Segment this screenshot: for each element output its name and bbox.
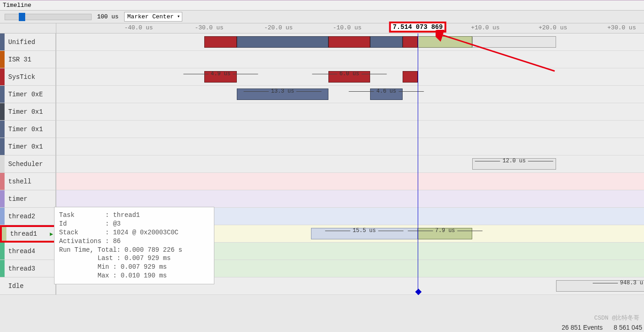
track-timer0xe[interactable]: 13.3 us 4.6 us <box>56 86 644 103</box>
bar[interactable]: 6.0 us <box>328 71 370 83</box>
track-timer0x1-b[interactable] <box>56 121 644 138</box>
row-label-timer0x1-b[interactable]: Timer 0x1 <box>0 121 56 138</box>
marker-time[interactable]: 7.514 073 869 <box>389 22 446 33</box>
row-label-thread1[interactable]: thread1▶ <box>0 225 56 243</box>
zoom-label: 100 us <box>97 13 119 20</box>
tick: -40.0 us <box>124 24 153 31</box>
bar-duration: 948.3 u <box>620 280 643 286</box>
track-tshell[interactable] <box>56 173 644 190</box>
bar[interactable] <box>370 36 403 48</box>
title-bar: Timeline <box>0 0 644 11</box>
status-events: 26 851 Events <box>562 324 603 331</box>
track-isr31[interactable] <box>56 51 644 68</box>
row-label-idle[interactable]: Idle <box>0 277 56 295</box>
track-timer[interactable] <box>56 190 644 208</box>
row-label-timer0xe[interactable]: Timer 0xE <box>0 86 56 103</box>
bar[interactable]: 15.5 us <box>311 228 418 239</box>
bar[interactable]: 7.9 us <box>418 228 472 239</box>
time-ruler[interactable]: -40.0 us -30.0 us -20.0 us -10.0 us 7.51… <box>0 23 644 33</box>
marker-mode-dropdown[interactable]: Marker Center <box>124 12 182 22</box>
bar[interactable] <box>328 36 370 48</box>
tick: -10.0 us <box>333 24 361 31</box>
tick: +10.0 us <box>471 24 499 31</box>
toolbar: 100 us Marker Center <box>0 11 644 23</box>
bar[interactable] <box>204 36 237 48</box>
dropdown-value: Marker Center <box>127 13 174 20</box>
row-label-thread4[interactable]: thread4 <box>0 243 56 260</box>
tick: +20.0 us <box>539 24 567 31</box>
track-timer0x1-c[interactable] <box>56 138 644 155</box>
watermark: CSDN @比特冬哥 <box>594 314 639 322</box>
track-scheduler[interactable]: 12.0 us <box>56 155 644 173</box>
bar-duration: 4.9 us <box>211 71 230 77</box>
row-label-thread2[interactable]: thread2 <box>0 208 56 225</box>
tick: -30.0 us <box>195 24 223 31</box>
bar[interactable]: 4.9 us <box>204 71 237 83</box>
status-right: 8 561 045 <box>614 324 642 331</box>
bar[interactable]: 12.0 us <box>472 158 556 170</box>
track-timer0x1-a[interactable] <box>56 103 644 121</box>
row-label-scheduler[interactable]: Scheduler <box>0 155 56 173</box>
row-label-thread3[interactable]: thread3 <box>0 260 56 277</box>
bar-duration: 6.0 us <box>339 71 359 77</box>
row-label-timer[interactable]: timer <box>0 190 56 208</box>
row-label-timer0x1-a[interactable]: Timer 0x1 <box>0 103 56 121</box>
tick: -20.0 us <box>264 24 293 31</box>
bar[interactable] <box>237 36 328 48</box>
bar-duration: 13.3 us <box>271 88 294 94</box>
tick: +30.0 us <box>607 24 636 31</box>
ruler-track[interactable]: -40.0 us -30.0 us -20.0 us -10.0 us 7.51… <box>56 23 644 33</box>
track-systick[interactable]: 4.9 us 6.0 us <box>56 68 644 86</box>
bar[interactable]: 4.6 us <box>370 89 403 100</box>
task-tooltip: Task : thread1 Id : @3 Stack : 1024 @ 0x… <box>54 207 214 284</box>
bar[interactable]: 13.3 us <box>237 89 328 100</box>
row-labels-column: Unified ISR 31 SysTick Timer 0xE Timer 0… <box>0 33 56 295</box>
row-label-tshell[interactable]: tshell <box>0 173 56 190</box>
play-icon: ▶ <box>50 231 53 238</box>
window-title: Timeline <box>3 2 31 9</box>
bar[interactable] <box>403 36 418 48</box>
zoom-slider[interactable] <box>5 14 92 20</box>
bar[interactable] <box>472 36 556 48</box>
bar[interactable] <box>418 36 472 48</box>
status-bar: 26 851 Events 8 561 045 <box>562 324 642 331</box>
bar-duration: 7.9 us <box>435 227 455 234</box>
row-label-timer0x1-c[interactable]: Timer 0x1 <box>0 138 56 155</box>
track-unified[interactable] <box>56 33 644 51</box>
row-label-systick[interactable]: SysTick <box>0 68 56 86</box>
bar[interactable] <box>403 71 418 83</box>
bar-duration: 4.6 us <box>377 88 396 94</box>
bar-duration: 12.0 us <box>502 158 525 164</box>
bar[interactable]: 948.3 u <box>556 280 644 292</box>
bar-duration: 15.5 us <box>353 227 376 234</box>
slider-thumb[interactable] <box>19 13 25 21</box>
row-label-unified[interactable]: Unified <box>0 33 56 51</box>
row-label-isr31[interactable]: ISR 31 <box>0 51 56 68</box>
